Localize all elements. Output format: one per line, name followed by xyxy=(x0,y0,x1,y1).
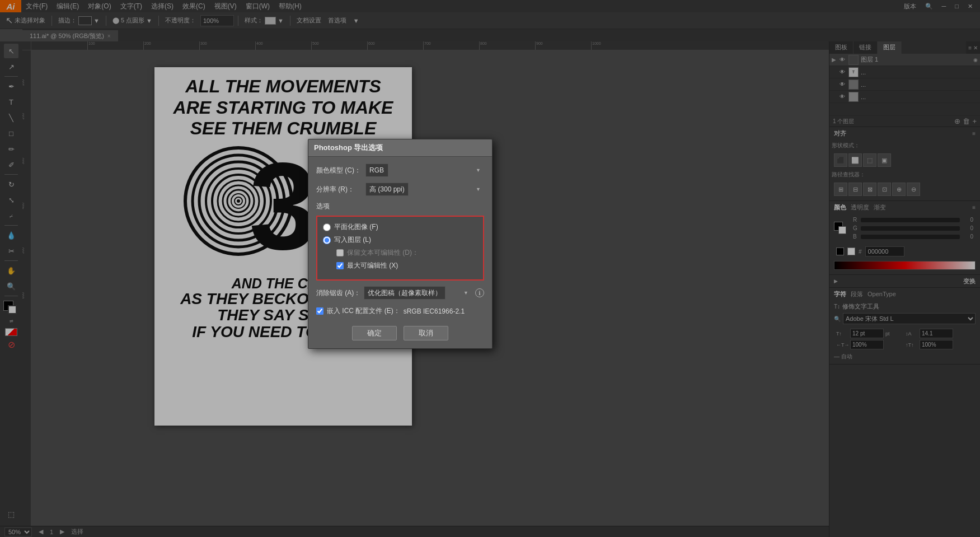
preserve-text-checkbox[interactable] xyxy=(336,249,344,256)
cancel-button[interactable]: 取消 xyxy=(404,326,448,340)
color-model-wrapper: RGB xyxy=(365,164,484,177)
icc-label: 嵌入 ICC 配置文件 (E)： xyxy=(327,306,400,316)
max-editable-label: 最大可编辑性 (X) xyxy=(347,261,398,270)
halftone-row: 消除锯齿 (A)： 优化图稿（超像素取样） ℹ xyxy=(316,286,484,300)
halftone-wrapper: 优化图稿（超像素取样） xyxy=(364,286,472,300)
icc-row: 嵌入 ICC 配置文件 (E)： sRGB IEC61966-2.1 xyxy=(316,306,484,316)
resolution-select[interactable]: 高 (300 ppi) xyxy=(365,183,409,196)
ok-button[interactable]: 确定 xyxy=(352,326,397,340)
color-model-label: 颜色模型 (C)： xyxy=(316,166,361,175)
options-label: 选项 xyxy=(316,202,484,211)
modal-body: 颜色模型 (C)： RGB 分辨率 (R)： 高 (300 ppi) 选项 xyxy=(308,157,492,348)
halftone-label: 消除锯齿 (A)： xyxy=(316,288,360,298)
icc-checkbox[interactable] xyxy=(316,307,323,315)
color-model-select[interactable]: RGB xyxy=(365,164,388,177)
color-model-row: 颜色模型 (C)： RGB xyxy=(316,164,484,177)
write-layers-row: 写入图层 (L) xyxy=(323,235,477,245)
preserve-text-row: 保留文本可编辑性 (D)： xyxy=(323,248,477,258)
modal-buttons: 确定 取消 xyxy=(316,323,484,342)
max-editable-checkbox[interactable] xyxy=(336,262,344,269)
halftone-select[interactable]: 优化图稿（超像素取样） xyxy=(364,286,446,300)
photoshop-export-dialog: Photoshop 导出选项 颜色模型 (C)： RGB 分辨率 (R)： 高 … xyxy=(308,139,493,349)
flat-image-row: 平面化图像 (F) xyxy=(323,222,477,232)
max-editable-row: 最大可编辑性 (X) xyxy=(323,261,477,270)
modal-overlay: Photoshop 导出选项 颜色模型 (C)： RGB 分辨率 (R)： 高 … xyxy=(0,0,980,537)
write-layers-label: 写入图层 (L) xyxy=(334,235,371,245)
icc-value: sRGB IEC61966-2.1 xyxy=(404,307,465,315)
resolution-label: 分辨率 (R)： xyxy=(316,185,361,194)
write-layers-radio[interactable] xyxy=(323,236,331,244)
modal-titlebar: Photoshop 导出选项 xyxy=(308,139,492,157)
halftone-info-icon[interactable]: ℹ xyxy=(475,288,484,297)
resolution-wrapper: 高 (300 ppi) xyxy=(365,183,484,196)
flat-image-radio[interactable] xyxy=(323,223,331,231)
flat-image-label: 平面化图像 (F) xyxy=(334,222,378,232)
preserve-text-label: 保留文本可编辑性 (D)： xyxy=(347,248,419,258)
modal-options-box: 平面化图像 (F) 写入图层 (L) 保留文本可编辑性 (D)： 最大可编辑性 … xyxy=(316,216,484,281)
resolution-row: 分辨率 (R)： 高 (300 ppi) xyxy=(316,183,484,196)
